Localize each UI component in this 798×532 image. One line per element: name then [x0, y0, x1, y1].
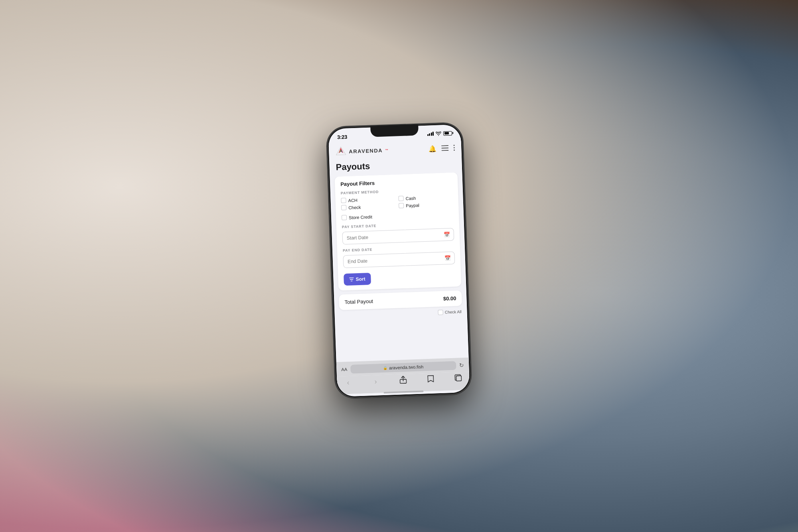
browser-aa-button[interactable]: AA: [341, 367, 347, 372]
browser-url-bar[interactable]: 🔒 aravenda.two.fish: [350, 361, 456, 374]
app-content: ARAVENDA ™ 🔔: [329, 139, 470, 397]
start-date-wrap: 📅: [342, 228, 454, 245]
filter-card: Payout Filters PAYMENT METHOD ACH Cash: [335, 172, 462, 291]
pay-end-date-section: PAY END DATE 📅: [343, 245, 455, 268]
checkbox-check-box[interactable]: [341, 205, 346, 210]
end-date-wrap: 📅: [343, 252, 455, 268]
end-date-input[interactable]: [343, 252, 455, 268]
header-icons: 🔔: [429, 144, 455, 152]
bookmarks-icon: [427, 375, 434, 383]
checkbox-cash-label: Cash: [405, 195, 416, 201]
pay-end-date-label: PAY END DATE: [343, 245, 454, 253]
checkbox-store-credit[interactable]: Store Credit: [342, 211, 453, 221]
checkbox-paypal-box[interactable]: [399, 203, 404, 208]
svg-point-4: [453, 145, 454, 146]
svg-rect-3: [441, 150, 448, 151]
check-all-checkbox[interactable]: [438, 310, 443, 315]
back-button[interactable]: ‹: [342, 378, 355, 387]
notch: [370, 124, 419, 137]
wifi-icon: [436, 131, 441, 136]
checkbox-ach[interactable]: ACH: [341, 196, 395, 203]
checkbox-ach-box[interactable]: [341, 198, 346, 203]
filter-icon: [349, 277, 354, 281]
trademark: ™: [385, 148, 388, 152]
check-all-row[interactable]: Check All: [340, 309, 462, 319]
phone-shell: 3:23: [326, 123, 472, 398]
tabs-button[interactable]: [452, 374, 465, 384]
bookmarks-button[interactable]: [424, 375, 437, 384]
total-payout-card: Total Payout $0.00: [339, 290, 462, 310]
lock-icon: 🔒: [383, 366, 387, 370]
pay-start-date-label: PAY START DATE: [342, 221, 454, 229]
payment-method-label: PAYMENT METHOD: [341, 187, 452, 195]
share-icon: [399, 376, 407, 384]
status-icons: [427, 131, 452, 136]
status-time: 3:23: [337, 134, 347, 140]
sort-button[interactable]: Sort: [344, 273, 371, 286]
tabs-icon: [454, 374, 462, 382]
checkbox-check-label: Check: [348, 205, 361, 210]
checkbox-cash[interactable]: Cash: [398, 194, 452, 201]
menu-icon[interactable]: [441, 145, 448, 151]
svg-point-6: [454, 150, 455, 151]
checkbox-paypal[interactable]: Paypal: [399, 201, 453, 209]
total-payout-label: Total Payout: [344, 298, 373, 305]
checkbox-ach-label: ACH: [348, 197, 358, 203]
reload-button[interactable]: ↻: [459, 362, 464, 368]
brand-name: ARAVENDA: [349, 147, 383, 154]
phone-wrapper: 3:23: [326, 123, 472, 398]
forward-button[interactable]: ›: [369, 377, 382, 386]
svg-rect-9: [456, 376, 461, 381]
start-date-input[interactable]: [342, 228, 454, 245]
aravenda-logo-icon: [335, 146, 347, 158]
checkbox-store-credit-label: Store Credit: [349, 214, 372, 220]
logo-area: ARAVENDA ™: [335, 144, 389, 158]
notification-icon[interactable]: 🔔: [429, 144, 437, 152]
filter-card-title: Payout Filters: [340, 177, 452, 187]
checkbox-paypal-label: Paypal: [406, 203, 419, 208]
pay-start-date-section: PAY START DATE 📅: [342, 221, 454, 245]
checkbox-check[interactable]: Check: [341, 203, 395, 211]
share-button[interactable]: [397, 376, 410, 386]
sort-button-label: Sort: [356, 276, 365, 282]
svg-point-5: [454, 147, 455, 148]
total-payout-amount: $0.00: [443, 295, 456, 301]
checkbox-cash-box[interactable]: [398, 196, 403, 201]
phone-screen: 3:23: [328, 124, 470, 397]
check-all-label: Check All: [445, 309, 462, 314]
svg-rect-2: [441, 148, 448, 149]
checkbox-store-credit-box[interactable]: [342, 215, 347, 220]
battery-icon: [443, 131, 452, 136]
app-main[interactable]: Payout Filters PAYMENT METHOD ACH Cash: [330, 172, 469, 362]
more-icon[interactable]: [453, 144, 455, 151]
svg-rect-1: [441, 145, 448, 146]
browser-url-text: aravenda.two.fish: [389, 364, 424, 370]
checkbox-grid: ACH Cash Check: [341, 194, 453, 211]
signal-icon: [427, 132, 434, 136]
